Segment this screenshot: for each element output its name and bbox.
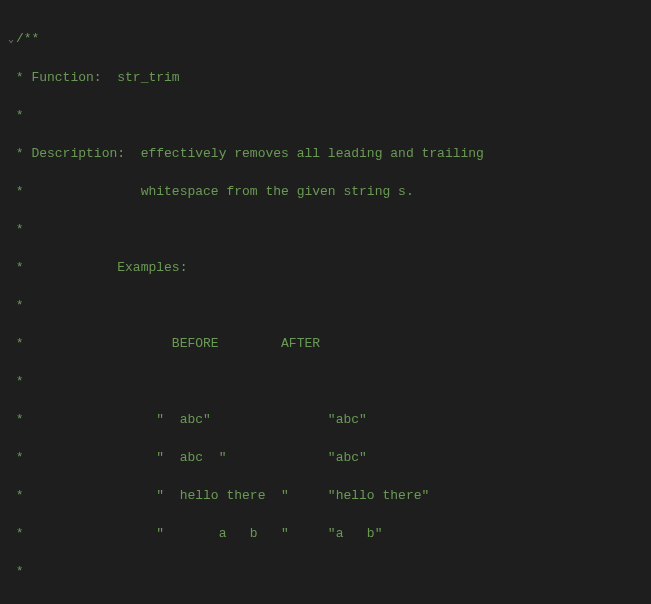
code-line: * " hello there " "hello there" [8, 486, 651, 505]
code-line: * [8, 106, 651, 125]
comment-text: * BEFORE AFTER [16, 336, 320, 351]
code-line: * whitespace from the given string s. [8, 182, 651, 201]
comment-text: * [16, 564, 24, 579]
comment-text: * [16, 298, 24, 313]
code-line: * " abc" "abc" [8, 410, 651, 429]
code-line: * [8, 220, 651, 239]
comment-text: * whitespace from the given string s. [16, 184, 414, 199]
code-line: * [8, 296, 651, 315]
comment-text: * " abc" "abc" [16, 412, 367, 427]
code-line: * Examples: [8, 258, 651, 277]
comment-text: /** [16, 31, 39, 46]
code-line: * [8, 372, 651, 391]
code-line: * Description: effectively removes all l… [8, 144, 651, 163]
code-editor[interactable]: ⌄/** * Function: str_trim * * Descriptio… [0, 0, 651, 604]
comment-text: * [16, 108, 24, 123]
comment-text: * Description: effectively removes all l… [16, 146, 484, 161]
comment-text: * " hello there " "hello there" [16, 488, 429, 503]
code-line: * Estimated Difficulty: LEVEL 3 [8, 600, 651, 604]
code-line: * BEFORE AFTER [8, 334, 651, 353]
comment-text: * [16, 222, 24, 237]
comment-text: * Examples: [16, 260, 188, 275]
comment-text: * [16, 374, 24, 389]
comment-text: * " a b " "a b" [16, 526, 383, 541]
comment-text: * " abc " "abc" [16, 450, 367, 465]
code-line: * " abc " "abc" [8, 448, 651, 467]
code-line: * [8, 562, 651, 581]
fold-arrow[interactable]: ⌄ [8, 30, 16, 49]
code-line: * Function: str_trim [8, 68, 651, 87]
code-line: ⌄/** [8, 29, 651, 49]
comment-text: * Function: str_trim [16, 70, 180, 85]
code-line: * " a b " "a b" [8, 524, 651, 543]
